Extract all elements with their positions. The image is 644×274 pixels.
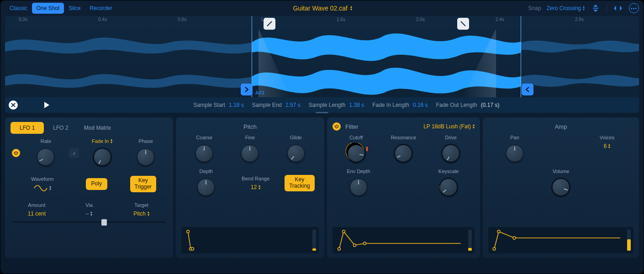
mode-tabs: Classic One Shot Slice Recorder [5, 3, 117, 14]
key-tracking-button[interactable]: Key Tracking [285, 175, 315, 191]
pan-knob[interactable] [506, 145, 523, 162]
filter-title: Filter [345, 123, 359, 130]
amount-slider[interactable] [12, 221, 166, 223]
rate-label: Rate [41, 138, 51, 144]
sample-end-label: Sample End [252, 102, 282, 108]
depth-label: Depth [200, 169, 213, 174]
bend-range-value[interactable]: 12 ▴▾ [251, 184, 260, 190]
divider [607, 4, 607, 13]
cutoff-knob[interactable] [348, 145, 365, 162]
subtab-lfo2[interactable]: LFO 2 [47, 122, 74, 134]
env-level-bar[interactable] [312, 230, 316, 251]
top-right-controls: Snap Zero Crossing ▴▾ ••• [528, 3, 639, 14]
volume-knob[interactable] [552, 179, 570, 196]
waveform-display[interactable]: 0.0s 0.4s 0.8s 1.2s 1.6s 2.0s 2.4s 2.8s [5, 16, 639, 97]
key-trigger-button[interactable]: Key Trigger [130, 176, 157, 192]
pitch-envelope[interactable] [181, 227, 319, 253]
waveform-label: Waveform [31, 176, 54, 182]
snap-chevron-icon: ▴▾ [583, 5, 585, 11]
snap-value[interactable]: Zero Crossing ▴▾ [547, 5, 585, 11]
tab-recorder[interactable]: Recorder [85, 3, 116, 14]
drive-label: Drive [445, 135, 457, 140]
sample-length-value[interactable]: 1.38 s [349, 102, 364, 108]
sample-start-handle[interactable] [241, 84, 253, 95]
svg-point-15 [513, 237, 516, 239]
sample-end-value[interactable]: 2.57 s [285, 102, 301, 108]
fine-knob[interactable] [241, 145, 259, 162]
drive-knob[interactable] [442, 145, 459, 162]
sample-length-label: Sample Length [309, 102, 346, 108]
sync-note-button[interactable]: ♪ [69, 148, 79, 158]
fadein-knob[interactable] [94, 148, 111, 166]
coarse-label: Coarse [196, 135, 212, 140]
amount-value[interactable]: 11 cent [28, 211, 46, 217]
ruler-tick: 0.4s [98, 17, 107, 22]
glide-knob[interactable] [287, 145, 305, 162]
play-button[interactable] [44, 102, 49, 108]
glide-label: Glide [290, 135, 302, 140]
pitch-title: Pitch [243, 123, 257, 130]
filter-envelope[interactable] [333, 227, 475, 253]
svg-point-11 [364, 242, 366, 245]
lfo-power-button[interactable] [12, 149, 20, 157]
filter-type-selector[interactable]: LP 18dB Lush (Fat) ▴▾ [423, 123, 475, 130]
more-menu-icon[interactable]: ••• [629, 3, 639, 13]
zoom-fit-vertical-icon[interactable] [590, 3, 601, 14]
coarse-knob[interactable] [195, 145, 213, 162]
chevron-updown-icon: ▴▾ [111, 138, 112, 143]
svg-point-14 [497, 230, 500, 233]
svg-point-3 [191, 248, 194, 250]
target-label: Target [134, 202, 148, 208]
svg-point-8 [338, 248, 341, 250]
amp-envelope[interactable] [488, 227, 633, 253]
file-title[interactable]: Guitar Wave 02.caf ▴▾ [120, 5, 526, 12]
voices-value[interactable]: 6 ▴▾ [604, 143, 611, 149]
top-bar: Classic One Shot Slice Recorder Guitar W… [0, 0, 644, 16]
poly-button[interactable]: Poly [86, 178, 107, 190]
fine-label: Fine [245, 135, 255, 140]
subtab-lfo1[interactable]: LFO 1 [11, 122, 44, 134]
fade-out-handle[interactable] [457, 18, 469, 30]
rate-knob[interactable] [37, 148, 54, 166]
fade-in-handle[interactable] [264, 18, 275, 30]
sample-info-strip: Sample Start1.18 s Sample End2.57 s Samp… [5, 97, 639, 113]
clear-button[interactable] [9, 100, 18, 110]
volume-label: Volume [553, 169, 570, 174]
subtab-mod-matrix[interactable]: Mod Matrix [78, 122, 117, 134]
file-chevron-icon: ▴▾ [350, 5, 352, 11]
zoom-fit-horizontal-icon[interactable] [612, 3, 623, 14]
cutoff-mod-indicator [366, 147, 368, 151]
env-level-bar[interactable] [627, 230, 631, 251]
phase-knob[interactable] [137, 148, 154, 166]
tab-one-shot[interactable]: One Shot [32, 3, 64, 14]
fade-in-value[interactable]: 0.16 s [413, 102, 428, 108]
amp-title: Amp [555, 123, 567, 130]
sample-end-handle[interactable] [522, 84, 533, 95]
chevron-updown-icon: ▴▾ [148, 211, 149, 216]
env-level-bar[interactable] [468, 230, 472, 251]
env-depth-knob[interactable] [350, 179, 367, 196]
file-name-label: Guitar Wave 02.caf [293, 5, 348, 12]
svg-point-10 [354, 244, 356, 247]
via-label: Via [85, 202, 93, 208]
voices-label: Voices [600, 135, 614, 140]
filter-power-button[interactable] [333, 122, 341, 131]
svg-point-13 [493, 248, 496, 250]
fade-out-value[interactable]: (0.17 s) [481, 102, 500, 108]
chevron-updown-icon: ▴▾ [473, 124, 475, 129]
waveform-selector[interactable]: ▴▾ [34, 184, 51, 192]
keyscale-knob[interactable] [440, 179, 457, 196]
tab-classic[interactable]: Classic [5, 3, 32, 14]
resize-handle[interactable] [316, 112, 328, 113]
tab-slice[interactable]: Slice [64, 3, 85, 14]
amp-panel: Amp Pan Voices 6 ▴▾ Volume [483, 117, 639, 258]
depth-knob[interactable] [197, 179, 215, 196]
target-value[interactable]: Pitch ▴▾ [133, 211, 149, 217]
via-value[interactable]: – ▴▾ [86, 211, 93, 217]
filter-panel: Filter LP 18dB Lush (Fat) ▴▾ Cutoff Reso… [327, 117, 480, 258]
keyscale-label: Keyscale [438, 169, 459, 174]
fadein-label[interactable]: Fade In ▴▾ [92, 138, 112, 144]
sample-start-value[interactable]: 1.18 s [229, 102, 244, 108]
env-depth-label: Env Depth [347, 169, 370, 174]
ruler-tick: 2.8s [575, 17, 584, 22]
